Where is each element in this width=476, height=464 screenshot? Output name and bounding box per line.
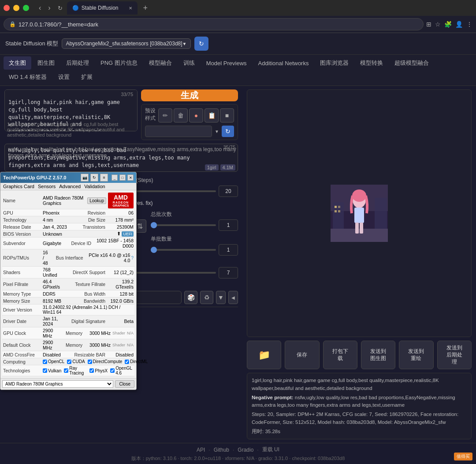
tab-close-icon[interactable]: ✕ [129, 6, 132, 11]
bus-info-icon[interactable]: ? [131, 256, 134, 260]
gpuz-menu-sensors[interactable]: Sensors [38, 184, 56, 189]
extensions-icon[interactable]: 🧩 [444, 21, 452, 28]
seed-toggle-btn[interactable]: ▼ [216, 291, 226, 304]
preset-row: ▼ ↻ [145, 126, 234, 137]
cfg-value[interactable]: 7 [219, 267, 238, 278]
tab-super-merge[interactable]: 超级模型融合 [389, 56, 434, 70]
gpuz-maximize-btn[interactable]: □ [119, 174, 126, 181]
tab-additional-networks[interactable]: Additional Networks [253, 56, 314, 70]
send-to-extras-btn[interactable]: 发送到后期处理 [437, 341, 472, 369]
tab-settings[interactable]: 设置 [53, 71, 75, 84]
steps-value[interactable]: 20 [219, 186, 238, 197]
tab-extensions[interactable]: 扩展 [76, 71, 98, 84]
gpuz-refresh-btn[interactable]: ↻ [90, 174, 98, 182]
upload-icon[interactable]: ⬆ [117, 231, 121, 237]
gpuz-camera-btn[interactable]: 📷 [81, 174, 89, 182]
seed-dice-btn[interactable]: 🎲 [184, 291, 197, 304]
maximize-window-btn[interactable] [23, 5, 29, 11]
app-footer: API · Github · Gradio · 重载 UI 版本：python:… [0, 443, 476, 464]
opengl-check[interactable]: OpenGL 4.6 [110, 366, 134, 375]
neg-prompt-badges: 1girl 4.1M [205, 164, 235, 171]
opencl-check[interactable]: OpenCL [43, 359, 64, 364]
tab-txt2img[interactable]: 文生图 [4, 56, 31, 70]
total-batch-slider-container [151, 221, 216, 230]
gpuz-close-footer-btn[interactable]: Close [115, 380, 134, 388]
total-batch-slider[interactable] [151, 224, 216, 226]
menu-icon[interactable]: ⋮ [466, 21, 472, 28]
batch-count-value[interactable]: 1 [219, 244, 238, 256]
raytracing-check[interactable]: Ray Tracing [64, 366, 87, 375]
batch-count-group: 单批数量 1 [151, 235, 238, 256]
style-edit-btn[interactable]: ✏ [158, 108, 172, 122]
footer-github-link[interactable]: Github [214, 447, 229, 453]
tab-png-info[interactable]: PNG 图片信息 [95, 56, 143, 70]
bookmark-icon[interactable]: ☆ [435, 21, 441, 28]
tech-checks: Vulkan Ray Tracing PhysX OpenGL 4.6 [43, 366, 134, 375]
gpuz-menu-graphics-card[interactable]: Graphics Card [3, 184, 34, 189]
gpuz-minimize-btn[interactable]: _ [112, 174, 118, 181]
save-btn[interactable]: 保存 [285, 341, 319, 369]
browser-tab-active[interactable]: 🔵 Stable Diffusion ✕ [67, 1, 138, 15]
download-btn[interactable]: 打包下载 [323, 341, 357, 369]
gpuz-row-driverdate: Driver Date Jan 11, 2024 Digital Signatu… [2, 316, 134, 327]
new-tab-btn[interactable]: + [139, 2, 152, 14]
style-delete-btn[interactable]: 🗑 [174, 108, 188, 122]
negative-prompt-input[interactable] [4, 144, 238, 172]
close-window-btn[interactable] [4, 5, 10, 11]
tab-image-browser[interactable]: 图库浏览器 [315, 56, 354, 70]
open-folder-btn[interactable]: 📁 [247, 341, 281, 369]
address-bar[interactable]: 🔒 127.0.0.1:7860/?__theme=dark [4, 18, 424, 30]
cast-icon[interactable]: ⊞ [426, 21, 431, 28]
gpuz-menu-btn[interactable]: ≡ [100, 174, 108, 182]
gpuz-gpu-select[interactable]: AMD Radeon 780M Graphics [2, 380, 113, 388]
nav-bar: 🔒 127.0.0.1:7860/?__theme=dark ⊞ ☆ 🧩 👤 ⋮ [0, 16, 476, 33]
tab-model-convert[interactable]: 模型转换 [355, 56, 388, 70]
shader-label2: Shader [112, 343, 125, 347]
window-controls [4, 5, 29, 11]
action-buttons: 📁 保存 打包下载 发送到图生图 发送到重绘 发送到后期处理 [247, 341, 472, 369]
batch-count-slider[interactable] [151, 249, 216, 251]
nav-back-btn[interactable]: ‹ [36, 2, 44, 14]
preset-select-input[interactable] [145, 126, 212, 137]
generate-button[interactable]: 生成 [141, 89, 238, 101]
style-paste-btn[interactable]: 📋 [205, 108, 219, 122]
send-to-inpaint-btn[interactable]: 发送到重绘 [399, 341, 433, 369]
total-batch-value[interactable]: 1 [219, 219, 238, 231]
seed-collapse-btn[interactable]: ◀ [228, 291, 238, 304]
profile-icon[interactable]: 👤 [455, 21, 463, 28]
preset-refresh-btn[interactable]: ↻ [222, 126, 234, 137]
model-select[interactable]: AbyssOrangeMix2_sfw.safetensors [038ba20… [62, 38, 190, 49]
gpuz-row-gpu: GPU Phoenix Revision 06 [2, 209, 134, 216]
tab-wd-tagger[interactable]: WD 1.4 标签器 [4, 71, 52, 84]
gpuz-menu-validation[interactable]: Validation [84, 184, 105, 189]
gpuz-menu-advanced[interactable]: Advanced [59, 184, 81, 189]
tab-img2img[interactable]: 图生图 [32, 56, 60, 70]
footer-reload-link[interactable]: 重载 UI [262, 446, 279, 453]
tab-model-merge[interactable]: 模型融合 [144, 56, 177, 70]
tab-postproc[interactable]: 后期处理 [61, 56, 94, 70]
computing-checks: OpenCL CUDA DirectCompute DirectML [43, 359, 148, 364]
seed-recycle-btn[interactable]: ♻ [200, 291, 213, 304]
directml-check[interactable]: DirectML [125, 359, 148, 364]
model-select-value: AbyssOrangeMix2_sfw.safetensors [038ba20… [66, 41, 182, 47]
tab-train[interactable]: 训练 [178, 56, 200, 70]
vulkan-check[interactable]: Vulkan [43, 368, 61, 373]
model-refresh-btn[interactable]: ↻ [194, 37, 208, 51]
nav-refresh-btn[interactable]: ↻ [55, 3, 65, 13]
style-color-btn[interactable]: ● [189, 108, 203, 122]
footer-version: 版本：python: 3.10.6 · torch: 2.0.0+cu118 ·… [5, 455, 471, 462]
nav-forward-btn[interactable]: › [45, 2, 53, 14]
lookup-btn[interactable]: Lookup [87, 197, 106, 204]
gpuz-close-btn[interactable]: ✕ [127, 174, 134, 181]
footer-api-link[interactable]: API [197, 447, 205, 453]
tab-nav: 文生图 图生图 后期处理 PNG 图片信息 模型融合 训练 Model Prev… [0, 55, 476, 86]
footer-gradio-link[interactable]: Gradio [238, 447, 253, 453]
style-dark-btn[interactable]: ■ [220, 108, 234, 122]
physx-check[interactable]: PhysX [89, 368, 108, 373]
directcompute-check[interactable]: DirectCompute [88, 359, 123, 364]
minimize-window-btn[interactable] [13, 5, 19, 11]
gpuz-row-defaultclock: Default Clock 2900 MHz Memory 3000 MHz S… [2, 339, 134, 351]
send-to-img2img-btn[interactable]: 发送到图生图 [361, 341, 395, 369]
cuda-check[interactable]: CUDA [67, 359, 85, 364]
tab-model-previews[interactable]: Model Previews [201, 56, 252, 70]
